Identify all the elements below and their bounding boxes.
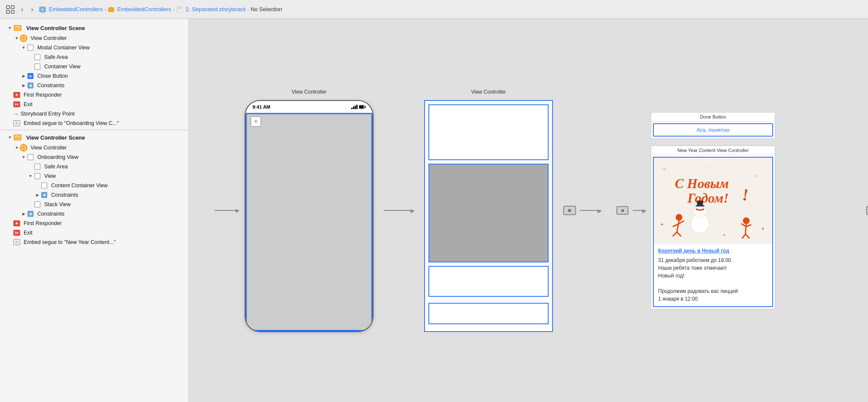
onboarding-frame[interactable] [424,100,553,332]
safearea1-arrow [27,54,33,60]
iphone-frame[interactable]: 9:41 AM [245,100,373,332]
svg-text:❄: ❄ [708,164,711,168]
entry-arrow-line [215,210,236,211]
sidebar-item-exit1[interactable]: Exit [0,100,188,109]
scene2-collapse-arrow[interactable]: ▼ [7,135,13,140]
sidebar-item-container-view[interactable]: Container View [0,62,188,71]
sidebar-item-first-responder2[interactable]: First Responder [0,219,188,228]
exit2-icon [13,229,21,236]
container-view-arrow [27,64,33,70]
segue-icon-2: ⊞ [616,206,628,215]
scene1-collapse-arrow[interactable]: ▼ [7,26,13,30]
view1-label: View [44,173,56,179]
close-button-widget[interactable]: ✕ [251,116,261,127]
svg-text:❄: ❄ [662,166,667,172]
svg-rect-21 [356,105,358,109]
vc2-arrow[interactable]: ▼ [14,145,20,151]
fr2-icon [13,220,21,227]
svg-text:Годом!: Годом! [687,190,728,205]
scene2-wrapper: View Controller ⊞ [424,89,553,332]
sidebar-item-first-responder1[interactable]: First Responder [0,90,188,100]
constraints2-icon: ⊞ [40,192,48,198]
breadcrumb-item-3[interactable]: 2. Separated.storyboard [185,6,245,12]
sidebar-item-view1[interactable]: ▼ View [0,171,188,181]
sidebar-item-content-container[interactable]: Content Container View [0,181,188,190]
statusbar-time: 9:41 AM [252,104,270,110]
sidebar-item-vc2[interactable]: ▼ View Controller [0,143,188,152]
sidebar-item-constraints1[interactable]: ▶ ⊞ Constraints [0,81,188,90]
close-btn-arrow[interactable]: ▶ [21,73,27,79]
breadcrumb-item-1[interactable]: EmbeddedControllers [49,6,103,12]
grid-icon[interactable] [5,4,15,15]
svg-text:✦: ✦ [660,222,664,226]
sidebar-item-entry-point[interactable]: → Storyboard Entry Point [0,109,188,119]
sidebar-item-embed1[interactable]: ⊡ Embed segue to "Onboarding View C..." [0,119,188,128]
sidebar-item-vc1[interactable]: ▼ View Controller [0,34,188,43]
vc1-arrow[interactable]: ▼ [14,35,20,41]
svg-text:✦: ✦ [761,226,765,231]
svg-rect-1 [11,6,14,9]
constraints2-arrow[interactable]: ▶ [34,192,40,198]
svg-rect-18 [351,108,352,109]
sidebar-item-exit2[interactable]: Exit [0,228,188,238]
storyboard-canvas: View Controller 9:41 AM [215,89,775,332]
onboarding-arrow[interactable]: ▼ [21,154,27,160]
scene2-header[interactable]: ▼ View Controller Scene [0,132,188,143]
svg-rect-0 [6,6,9,9]
done-button-container[interactable]: Done Button Ага, понятно [651,112,775,139]
constraints1-arrow[interactable]: ▶ [21,82,27,88]
connector2: ⊞ ▶ [553,206,611,215]
sidebar: ▼ View Controller Scene ▼ View Controlle… [0,19,189,402]
svg-rect-12 [15,26,20,30]
back-button[interactable]: ‹ [19,5,25,14]
arrow-line-3: ▶ [633,210,646,211]
sidebar-item-safearea2[interactable]: Safe Area [0,162,188,171]
sidebar-item-modal-container[interactable]: ▼ Modal Container View [0,43,188,52]
newyear-card[interactable]: New Year Content View Controller ❄ ❄ ❄ [651,146,775,309]
entry-arrow [7,111,13,117]
arrow-head-3: ▶ [642,208,646,214]
sidebar-item-constraints3[interactable]: ▶ ⊞ Constraints [0,209,188,219]
sidebar-item-safearea1[interactable]: Safe Area [0,52,188,62]
container-view-icon [33,63,41,70]
sidebar-item-onboarding-view[interactable]: ▼ Onboarding View [0,152,188,162]
breadcrumb-item-2[interactable]: EmbeddedControllers [117,6,171,12]
safearea1-icon [33,54,41,61]
embed1-arrow [7,120,13,126]
entry-label: Storyboard Entry Point [21,111,75,117]
svg-rect-17 [22,146,25,149]
svg-rect-24 [365,106,366,108]
embed1-icon: ⊡ [13,120,21,127]
arrow-head-1: ▶ [410,208,414,214]
stackview-icon [33,201,41,208]
svg-text:!: ! [742,186,749,204]
done-button-content[interactable]: Ага, понятно [653,123,773,137]
sidebar-item-constraints2[interactable]: ▶ ⊞ Constraints [0,190,188,200]
svg-rect-23 [359,106,364,108]
modal-container-icon [27,44,34,51]
view1-arrow[interactable]: ▼ [27,173,33,179]
constraints3-label: Constraints [37,211,64,217]
sidebar-item-stackview[interactable]: Stack View [0,200,188,209]
scene1-header[interactable]: ▼ View Controller Scene [0,22,188,34]
svg-rect-10 [178,9,180,10]
constraints3-arrow[interactable]: ▶ [21,211,27,217]
arrow-head-2: ▶ [598,208,601,214]
newyear-title-link[interactable]: Короткий день в Новый год [658,247,768,255]
svg-rect-15 [15,136,20,139]
scene1-label: View Controller Scene [26,25,85,31]
entry-arrow-connector [215,210,236,211]
onboarding-bottom [428,266,549,297]
safearea1-label: Safe Area [44,54,68,60]
forward-button[interactable]: › [29,5,35,14]
sidebar-item-close-button[interactable]: ▶ B Close Button [0,71,188,81]
sidebar-item-embed2[interactable]: ⊡ Embed segue to "New Year Content..." [0,238,188,247]
modal-arrow[interactable]: ▼ [21,45,27,51]
exit1-icon [13,101,21,108]
done-button-text: Ага, понятно [657,127,769,133]
exit1-arrow [7,101,13,107]
close-btn-label: Close Button [37,73,68,79]
scene-divider [0,130,188,130]
newyear-card-inner: ❄ ❄ ❄ ❄ С Новым Годом! ! [653,157,773,307]
svg-point-38 [676,214,683,221]
